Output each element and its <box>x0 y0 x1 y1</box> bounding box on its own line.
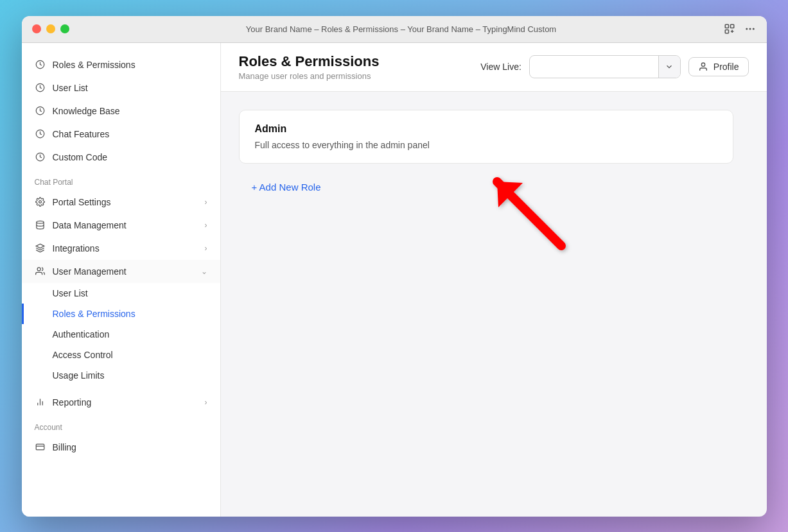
traffic-lights <box>32 24 69 33</box>
role-card-title: Admin <box>255 123 717 135</box>
sidebar-label-custom-code: Custom Code <box>53 152 207 162</box>
sidebar-label-knowledge-base: Knowledge Base <box>53 106 207 116</box>
page-subtitle: Manage user roles and permissions <box>239 71 468 81</box>
svg-point-19 <box>701 63 705 66</box>
sidebar-label-roles-permissions: Roles & Permissions <box>53 60 207 70</box>
sidebar-sub-item-usage-limits[interactable]: Usage Limits <box>22 365 220 386</box>
page-title: Roles & Permissions <box>239 53 468 70</box>
svg-line-20 <box>497 182 561 246</box>
sidebar-sub-item-roles-permissions[interactable]: Roles & Permissions <box>22 304 220 324</box>
sidebar-item-billing[interactable]: Billing <box>22 436 220 459</box>
close-button[interactable] <box>32 24 41 33</box>
role-card-description: Full access to everything in the admin p… <box>255 140 717 150</box>
sidebar-label-reporting: Reporting <box>53 397 198 408</box>
account-section-label: Account <box>22 414 220 436</box>
cylinder-icon <box>35 219 46 231</box>
svg-point-13 <box>37 268 40 271</box>
sidebar-item-data-management[interactable]: Data Management › <box>22 214 220 237</box>
sidebar-item-knowledge-base[interactable]: Knowledge Base <box>22 99 220 123</box>
sidebar-sub-item-user-list[interactable]: User List <box>22 283 220 304</box>
clock-icon-2 <box>35 82 46 94</box>
svg-marker-21 <box>497 182 523 207</box>
sidebar-label-user-list: User List <box>53 83 207 93</box>
integration-icon <box>35 243 46 254</box>
sidebar-sub-item-authentication[interactable]: Authentication <box>22 324 220 345</box>
bar-chart-icon <box>35 397 46 408</box>
sidebar-item-custom-code[interactable]: Custom Code <box>22 146 220 169</box>
sub-item-label-roles-permissions: Roles & Permissions <box>53 309 136 319</box>
sidebar-label-billing: Billing <box>53 442 207 452</box>
view-live-input-wrap <box>529 55 681 78</box>
sidebar-label-user-management: User Management <box>53 266 195 277</box>
titlebar-actions <box>723 22 757 35</box>
chevron-down-icon: ⌄ <box>201 267 207 276</box>
titlebar: Your Brand Name – Roles & Permissions – … <box>22 16 767 43</box>
billing-icon <box>35 442 46 453</box>
role-card-admin: Admin Full access to everything in the a… <box>239 110 733 164</box>
svg-point-3 <box>746 28 748 30</box>
sidebar-label-integrations: Integrations <box>53 243 198 253</box>
view-live-label: View Live: <box>480 62 521 72</box>
main-layout: Roles & Permissions User List Knowledge … <box>22 43 767 517</box>
svg-point-12 <box>37 221 44 223</box>
clock-icon-5 <box>35 151 46 163</box>
svg-point-5 <box>752 28 754 30</box>
people-icon <box>35 266 46 277</box>
sub-item-label-usage-limits: Usage Limits <box>53 370 105 381</box>
chevron-right-icon-4: › <box>205 398 207 407</box>
chevron-right-icon: › <box>205 198 207 207</box>
arrow-annotation <box>471 156 574 261</box>
add-new-role-label: + Add New Role <box>252 182 321 193</box>
sidebar-sub-item-access-control[interactable]: Access Control <box>22 345 220 365</box>
sidebar-item-user-management[interactable]: User Management ⌄ <box>22 260 220 283</box>
gear-icon <box>35 196 46 208</box>
sidebar: Roles & Permissions User List Knowledge … <box>22 43 221 517</box>
window-title: Your Brand Name – Roles & Permissions – … <box>80 24 723 34</box>
svg-rect-2 <box>725 30 728 33</box>
add-new-role-button[interactable]: + Add New Role <box>252 176 321 198</box>
chevron-right-icon-3: › <box>205 244 207 253</box>
profile-label: Profile <box>714 62 739 72</box>
sidebar-label-chat-features: Chat Features <box>53 129 207 139</box>
extension-icon[interactable] <box>723 22 736 35</box>
sidebar-item-reporting[interactable]: Reporting › <box>22 391 220 414</box>
profile-button[interactable]: Profile <box>688 57 749 76</box>
sidebar-label-portal-settings: Portal Settings <box>53 197 198 207</box>
view-live-dropdown-btn[interactable] <box>658 56 680 78</box>
view-live-input[interactable] <box>530 56 658 78</box>
chat-portal-section-label: Chat Portal <box>22 169 220 191</box>
sidebar-item-integrations[interactable]: Integrations › <box>22 237 220 260</box>
sidebar-item-roles-permissions[interactable]: Roles & Permissions <box>22 53 220 76</box>
svg-point-4 <box>749 28 751 30</box>
svg-rect-0 <box>725 24 728 28</box>
chevron-right-icon-2: › <box>205 221 207 230</box>
sidebar-item-chat-features[interactable]: Chat Features <box>22 123 220 146</box>
sidebar-label-data-management: Data Management <box>53 220 198 230</box>
clock-icon <box>35 59 46 71</box>
app-window: Your Brand Name – Roles & Permissions – … <box>22 16 767 517</box>
clock-icon-4 <box>35 128 46 140</box>
svg-rect-1 <box>730 24 733 28</box>
sub-item-label-user-list: User List <box>53 288 88 298</box>
clock-icon-3 <box>35 105 46 117</box>
sidebar-item-portal-settings[interactable]: Portal Settings › <box>22 191 220 214</box>
minimize-button[interactable] <box>46 24 55 33</box>
header-right: View Live: Profile <box>480 55 748 78</box>
header-left: Roles & Permissions Manage user roles an… <box>239 53 468 81</box>
maximize-button[interactable] <box>60 24 69 33</box>
content-body: Admin Full access to everything in the a… <box>221 92 767 517</box>
content-area: Roles & Permissions Manage user roles an… <box>221 43 767 517</box>
svg-rect-17 <box>36 444 44 450</box>
sub-item-label-access-control: Access Control <box>53 350 113 360</box>
more-icon[interactable] <box>744 22 757 35</box>
svg-point-11 <box>39 201 42 203</box>
sub-item-label-authentication: Authentication <box>53 329 110 339</box>
content-header: Roles & Permissions Manage user roles an… <box>221 43 767 92</box>
sidebar-item-user-list[interactable]: User List <box>22 76 220 99</box>
